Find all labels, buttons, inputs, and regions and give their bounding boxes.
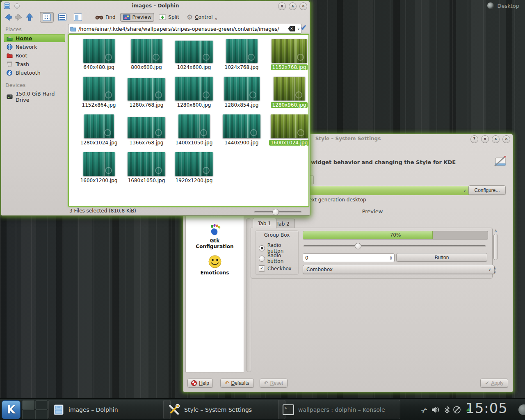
wallpaper-thumbnail[interactable] (84, 114, 114, 138)
wallpaper-thumbnail[interactable] (272, 39, 307, 63)
sidebar-module-emoticons[interactable]: Emoticons (186, 254, 244, 276)
radio-button-1[interactable]: Radio button (259, 242, 298, 254)
pager-desktop-3[interactable] (22, 410, 34, 419)
device-item[interactable]: 150,0 GiB Hard Drive (4, 90, 65, 104)
wallpaper-thumbnail[interactable] (83, 77, 115, 100)
file-item[interactable]: 1024x600.jpg (171, 37, 217, 74)
preview-push-button[interactable]: Button (396, 253, 487, 262)
preview-slider[interactable] (304, 245, 486, 247)
file-item[interactable]: 1280x854.jpg (218, 75, 265, 112)
sidebar-module-gtk-configuration[interactable]: Gtk Configuration (186, 222, 244, 250)
wallpaper-thumbnail[interactable] (128, 78, 165, 100)
file-item[interactable]: 800x600.jpg (123, 37, 170, 74)
wallpaper-thumbnail[interactable] (83, 39, 115, 63)
help-window-button[interactable]: ? (470, 135, 478, 143)
place-item-root[interactable]: Root (4, 51, 65, 59)
file-item[interactable]: 1366x768.jpg (123, 113, 170, 150)
preview-spinbox[interactable]: 0 ∧∨ (303, 253, 395, 262)
radio-on-icon[interactable] (259, 245, 265, 251)
minimize-button[interactable]: ∨ (481, 135, 489, 143)
file-item[interactable]: 1024x768.jpg (218, 37, 265, 74)
desktop-toolbox[interactable]: Desktop (487, 2, 519, 9)
close-button[interactable]: ✕ (502, 135, 510, 143)
digital-clock[interactable]: 15:05 (466, 400, 508, 416)
wallpaper-thumbnail[interactable] (128, 117, 165, 138)
find-button[interactable]: Find (92, 13, 119, 22)
wallpaper-thumbnail[interactable] (226, 39, 258, 63)
wallpaper-thumbnail[interactable] (83, 152, 115, 176)
task-button-3[interactable]: >_wallpapers : dolphin – Konsole (278, 400, 400, 419)
scroll-up-icon[interactable]: ∧ (493, 266, 496, 270)
file-item[interactable]: 1600x1200.jpg (75, 151, 122, 187)
place-item-home[interactable]: Home (4, 34, 65, 42)
wallpaper-thumbnail[interactable] (224, 77, 260, 100)
wallpaper-thumbnail[interactable] (223, 114, 260, 138)
file-item[interactable]: 1400x1050.jpg (171, 113, 217, 150)
kmenu-button[interactable]: K (2, 400, 21, 419)
split-button[interactable]: Split (156, 13, 182, 22)
wallpaper-thumbnail[interactable] (175, 41, 213, 63)
maximize-button[interactable]: ∧ (492, 135, 500, 143)
location-dropdown-icon[interactable]: ∨ (297, 27, 300, 31)
wallpaper-thumbnail[interactable] (175, 152, 213, 176)
zoom-slider-handle[interactable] (272, 209, 279, 215)
scrollbar-handle[interactable] (493, 234, 498, 260)
bluetooth-tray-icon[interactable] (443, 405, 452, 414)
scroll-up-icon[interactable]: ∧ (494, 228, 497, 233)
dolphin-titlebar[interactable]: images – Dolphin ∨ ∧ ✕ (1, 1, 310, 10)
place-item-network[interactable]: Network (4, 43, 65, 51)
wallpaper-thumbnail[interactable] (128, 152, 165, 176)
plasma-cashew-icon[interactable] (487, 2, 494, 9)
folder-view[interactable]: 640x480.jpg800x600.jpg1024x600.jpg1024x7… (68, 34, 309, 207)
klipper-scissors-icon[interactable]: ✂ (420, 405, 429, 414)
control-button[interactable]: ⚙ Control ∨ (184, 11, 220, 23)
wallpaper-thumbnail[interactable] (271, 114, 308, 138)
slider-handle[interactable] (355, 243, 361, 249)
preview-button[interactable]: Preview (120, 13, 155, 22)
configure-button[interactable]: Configure... (468, 185, 506, 195)
file-item[interactable]: 1280x960.jpg (266, 75, 313, 112)
location-accept-icon[interactable]: ✔ (300, 23, 307, 32)
file-item[interactable]: 525x420.jpg (75, 113, 122, 150)
icons-view-button[interactable] (40, 12, 54, 23)
tray-tool-icon[interactable] (452, 405, 461, 414)
apply-button[interactable]: ✔ Apply (480, 379, 508, 388)
file-item[interactable]: 1152x768.jpg (266, 37, 313, 74)
up-button[interactable] (25, 13, 34, 22)
preview-scrollbar[interactable]: ∧ (493, 228, 498, 261)
checkbox-checked-icon[interactable]: ✓ (259, 265, 265, 272)
file-item[interactable]: 1280x800.jpg (171, 75, 217, 112)
defaults-button[interactable]: ↶ Defaults (220, 379, 254, 388)
clear-location-icon[interactable]: ✕ (288, 26, 295, 32)
reset-button[interactable]: ↶ Reset (260, 379, 288, 388)
file-item[interactable]: 1600x1024.jpg (266, 113, 313, 150)
tab-1[interactable]: Tab 1 (253, 218, 276, 228)
place-item-bluetooth[interactable]: Bluetooth (4, 68, 65, 77)
preview-combobox[interactable]: Combobox ∨ (303, 265, 495, 274)
checkbox-row[interactable]: ✓ Checkbox (259, 265, 292, 272)
maximize-button[interactable]: ∧ (289, 2, 297, 10)
task-button-1[interactable]: images – Dolphin (48, 400, 171, 419)
radio-off-icon[interactable] (259, 256, 265, 262)
pager-desktop-2[interactable] (35, 400, 48, 410)
wallpaper-thumbnail[interactable] (274, 77, 305, 100)
file-item[interactable]: 1680x1050.jpg (123, 151, 170, 187)
file-item[interactable]: 1440x900.jpg (218, 113, 265, 150)
file-item[interactable]: 1280x768.jpg (123, 75, 170, 112)
scroll-down-icon[interactable]: ∨ (493, 270, 496, 274)
pager-desktop-1[interactable] (22, 400, 34, 410)
file-item[interactable]: 1152x864.jpg (75, 75, 122, 112)
task-button-2[interactable]: Style – System Settings (163, 400, 285, 419)
close-button[interactable]: ✕ (299, 2, 307, 10)
volume-icon[interactable] (431, 405, 440, 414)
panel-cashew-icon[interactable] (518, 404, 525, 415)
wallpaper-thumbnail[interactable] (175, 77, 213, 100)
file-item[interactable]: 1920x1200.jpg (171, 151, 217, 187)
wallpaper-thumbnail[interactable] (178, 114, 210, 138)
file-item[interactable]: 640x480.jpg (75, 37, 122, 74)
zoom-slider[interactable] (254, 211, 301, 213)
spinbox-arrows-icon[interactable]: ∧∨ (390, 256, 392, 260)
forward-button[interactable] (14, 13, 23, 21)
back-button[interactable] (4, 13, 13, 21)
preview-scrollbar-bottom[interactable]: ∧ ∨ (493, 266, 496, 274)
